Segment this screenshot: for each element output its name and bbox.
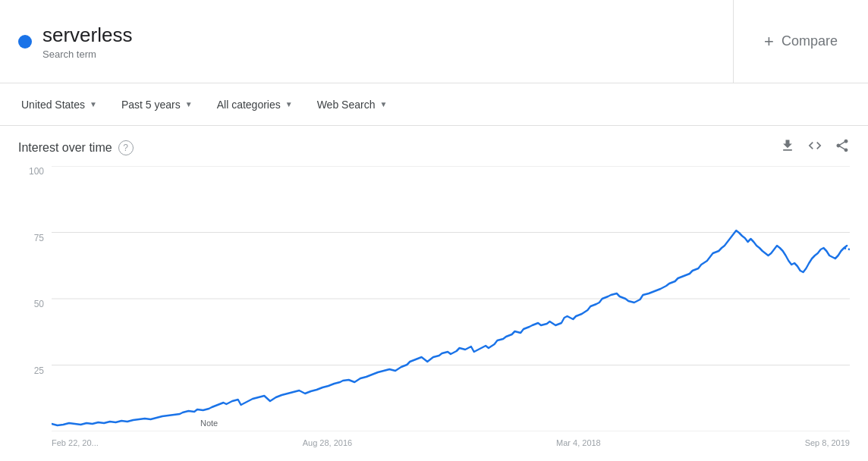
time-period-filter[interactable]: Past 5 years ▼: [112, 94, 202, 115]
category-label: All categories: [217, 99, 281, 111]
chart-actions: [780, 138, 850, 157]
search-type-arrow-icon: ▼: [379, 100, 387, 108]
x-label-2018: Mar 4, 2018: [556, 438, 601, 447]
search-type-filter[interactable]: Web Search ▼: [308, 94, 397, 115]
compare-label: Compare: [782, 33, 838, 49]
region-arrow-icon: ▼: [90, 100, 97, 108]
svg-line-5: [844, 248, 850, 249]
compare-plus-icon: +: [764, 32, 774, 52]
time-period-label: Past 5 years: [121, 99, 181, 111]
x-axis-labels: Feb 22, 20... Aug 28, 2016 Mar 4, 2018 S…: [52, 431, 850, 454]
time-period-arrow-icon: ▼: [185, 100, 193, 108]
y-label-100: 100: [18, 166, 49, 177]
chart-title: Interest over time: [18, 141, 112, 155]
x-label-2016: Aug 28, 2016: [303, 438, 352, 447]
region-filter[interactable]: United States ▼: [12, 94, 106, 115]
category-arrow-icon: ▼: [285, 100, 293, 108]
chart-section: Interest over time ? 100 75 50 25: [0, 126, 868, 454]
x-label-start: Feb 22, 20...: [52, 438, 99, 447]
y-axis-labels: 100 75 50 25: [18, 166, 49, 431]
search-term-label: Search term: [42, 49, 132, 60]
search-type-label: Web Search: [317, 99, 376, 111]
top-bar: serverless Search term + Compare: [0, 0, 868, 83]
x-label-2019: Sep 8, 2019: [805, 438, 850, 447]
y-label-75: 75: [18, 233, 49, 243]
chart-header: Interest over time ?: [18, 138, 850, 157]
filters-bar: United States ▼ Past 5 years ▼ All categ…: [0, 83, 868, 126]
y-label-50: 50: [18, 299, 49, 309]
region-label: United States: [21, 99, 85, 111]
category-filter[interactable]: All categories ▼: [208, 94, 302, 115]
chart-container: 100 75 50 25 Note Feb 22, 20: [18, 166, 850, 454]
help-icon[interactable]: ?: [118, 140, 134, 155]
download-button[interactable]: [780, 138, 795, 157]
compare-section[interactable]: + Compare: [734, 17, 868, 67]
share-button[interactable]: [835, 138, 850, 157]
chart-area: [52, 166, 850, 431]
search-term-section: serverless Search term: [0, 0, 734, 83]
search-term-text: serverless Search term: [42, 24, 132, 60]
trend-chart-svg: [52, 166, 850, 431]
chart-title-row: Interest over time ?: [18, 140, 134, 155]
search-term-title[interactable]: serverless: [42, 24, 132, 47]
note-label: Note: [200, 419, 218, 428]
y-label-25: 25: [18, 365, 49, 376]
search-term-dot: [18, 35, 32, 49]
embed-button[interactable]: [807, 138, 822, 157]
